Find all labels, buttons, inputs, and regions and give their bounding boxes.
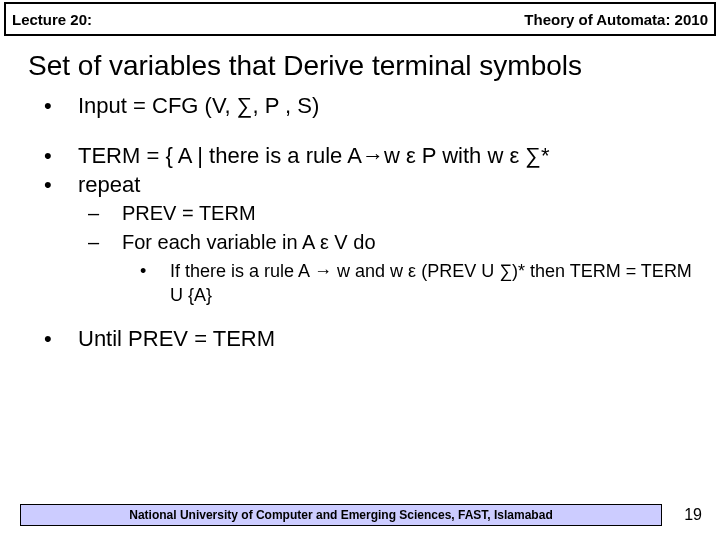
bullet-text: Until PREV = TERM bbox=[78, 325, 692, 353]
slide-title: Set of variables that Derive terminal sy… bbox=[0, 36, 720, 92]
header-right: Theory of Automata: 2010 bbox=[524, 11, 708, 28]
bullet-mark: • bbox=[44, 325, 78, 353]
sub-bullet-item: – PREV = TERM bbox=[88, 201, 692, 226]
dot-mark: • bbox=[140, 259, 170, 308]
sub-bullet-text: For each variable in A ε V do bbox=[122, 230, 376, 255]
sub-bullet-text: PREV = TERM bbox=[122, 201, 256, 226]
slide-content: • Input = CFG (V, ∑, P , S) • TERM = { A… bbox=[0, 92, 720, 353]
bullet-text: TERM = { A | there is a rule A→w ε P wit… bbox=[78, 142, 692, 170]
bullet-item: • Until PREV = TERM bbox=[44, 325, 692, 353]
bullet-mark: • bbox=[44, 92, 78, 120]
bullet-text: Input = CFG (V, ∑, P , S) bbox=[78, 92, 692, 120]
dash-mark: – bbox=[88, 230, 122, 255]
page-number: 19 bbox=[684, 506, 702, 524]
bullet-mark: • bbox=[44, 142, 78, 170]
bullet-text: repeat bbox=[78, 171, 692, 199]
bullet-item: • Input = CFG (V, ∑, P , S) bbox=[44, 92, 692, 120]
bullet-item: • TERM = { A | there is a rule A→w ε P w… bbox=[44, 142, 692, 170]
bullet-item: • repeat bbox=[44, 171, 692, 199]
footer-bar: National University of Computer and Emer… bbox=[20, 504, 662, 526]
subsub-bullet-text: If there is a rule A → w and w ε (PREV U… bbox=[170, 259, 692, 308]
header-bar: Lecture 20: Theory of Automata: 2010 bbox=[4, 2, 716, 36]
dash-mark: – bbox=[88, 201, 122, 226]
bullet-mark: • bbox=[44, 171, 78, 199]
sub-bullet-item: – For each variable in A ε V do bbox=[88, 230, 692, 255]
header-left: Lecture 20: bbox=[12, 11, 92, 28]
subsub-bullet-item: • If there is a rule A → w and w ε (PREV… bbox=[140, 259, 692, 308]
